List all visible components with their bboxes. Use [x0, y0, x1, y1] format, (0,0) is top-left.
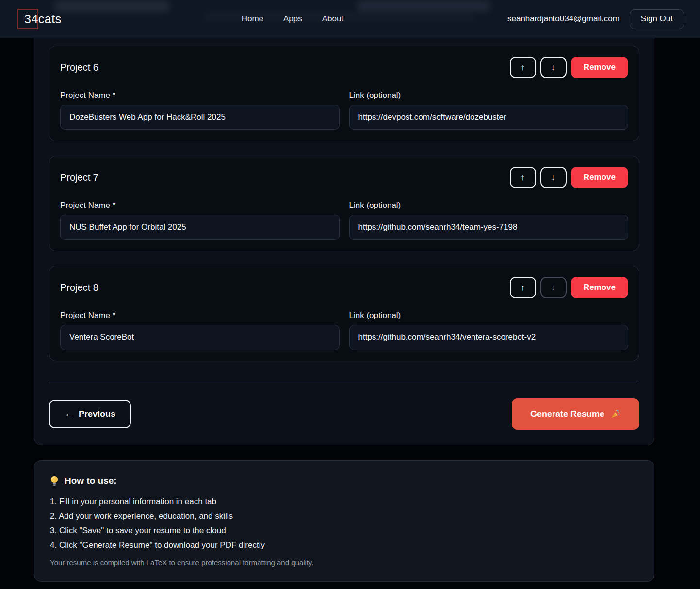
how-to-use-panel: How to use: 1. Fill in your personal inf… [34, 460, 654, 582]
project-link-label: Link (optional) [349, 201, 629, 210]
logo-text: 34cats [24, 12, 62, 26]
project-name-field: Project Name * [60, 201, 340, 240]
remove-button[interactable]: Remove [571, 167, 628, 188]
project-name-input[interactable] [60, 215, 340, 240]
project-card: Project 7 ↑ ↓ Remove Project Name * Link… [49, 156, 639, 251]
form-footer: ← Previous Generate Resume [49, 398, 639, 430]
project-title: Project 7 [60, 172, 98, 183]
lightbulb-icon [50, 475, 59, 487]
generate-resume-button[interactable]: Generate Resume [512, 398, 639, 430]
project-name-label: Project Name * [60, 311, 340, 320]
latex-note: Your resume is compiled with LaTeX to en… [50, 558, 638, 567]
project-name-field: Project Name * [60, 91, 340, 130]
nav-right: seanhardjanto034@gmail.com Sign Out [507, 9, 684, 29]
party-popper-icon [610, 409, 621, 419]
nav-link-about[interactable]: About [322, 14, 343, 24]
left-arrow-icon: ← [65, 409, 74, 419]
how-to-use-header: How to use: [50, 475, 638, 487]
move-up-button[interactable]: ↑ [510, 167, 536, 188]
navbar: 34cats Home Apps About seanhardjanto034@… [0, 0, 700, 38]
how-to-step: 3. Click "Save" to save your resume to t… [50, 524, 638, 538]
project-fields: Project Name * Link (optional) [60, 91, 628, 130]
project-link-field: Link (optional) [349, 311, 629, 350]
project-name-field: Project Name * [60, 311, 340, 350]
blurred-scrolled-content [357, 0, 490, 11]
move-up-button[interactable]: ↑ [510, 277, 536, 298]
nav-link-home[interactable]: Home [242, 14, 263, 24]
project-card: Project 6 ↑ ↓ Remove Project Name * Link… [49, 46, 639, 141]
project-link-field: Link (optional) [349, 201, 629, 240]
logo[interactable]: 34cats [17, 8, 62, 30]
previous-button[interactable]: ← Previous [49, 400, 131, 428]
sign-out-button[interactable]: Sign Out [630, 9, 684, 29]
project-link-field: Link (optional) [349, 91, 629, 130]
project-card-header: Project 7 ↑ ↓ Remove [60, 167, 628, 188]
previous-button-label: Previous [79, 409, 115, 419]
move-down-button[interactable]: ↓ [540, 167, 567, 188]
page-content: Project 6 ↑ ↓ Remove Project Name * Link… [0, 32, 700, 582]
project-actions: ↑ ↓ Remove [510, 167, 628, 188]
project-actions: ↑ ↓ Remove [510, 277, 628, 298]
project-link-label: Link (optional) [349, 91, 629, 100]
project-name-input[interactable] [60, 105, 340, 130]
move-up-button[interactable]: ↑ [510, 57, 536, 78]
nav-links: Home Apps About [242, 14, 344, 24]
project-title: Project 6 [60, 62, 98, 73]
project-card: Project 8 ↑ ↓ Remove Project Name * Link… [49, 266, 639, 361]
project-card-header: Project 6 ↑ ↓ Remove [60, 57, 628, 78]
resume-form-panel: Project 6 ↑ ↓ Remove Project Name * Link… [34, 32, 654, 445]
project-link-input[interactable] [349, 325, 629, 350]
user-email: seanhardjanto034@gmail.com [507, 14, 619, 24]
project-link-label: Link (optional) [349, 311, 629, 320]
project-fields: Project Name * Link (optional) [60, 201, 628, 240]
how-to-step: 4. Click "Generate Resume" to download y… [50, 538, 638, 553]
how-to-step: 2. Add your work experience, education, … [50, 509, 638, 524]
how-to-use-title: How to use: [65, 476, 117, 486]
project-link-input[interactable] [349, 215, 629, 240]
project-title: Project 8 [60, 282, 98, 293]
project-actions: ↑ ↓ Remove [510, 57, 628, 78]
generate-button-label: Generate Resume [530, 409, 604, 419]
project-name-input[interactable] [60, 325, 340, 350]
remove-button[interactable]: Remove [571, 277, 628, 298]
how-to-step: 1. Fill in your personal information in … [50, 494, 638, 509]
project-fields: Project Name * Link (optional) [60, 311, 628, 350]
project-name-label: Project Name * [60, 201, 340, 210]
project-name-label: Project Name * [60, 91, 340, 100]
blurred-scrolled-content [54, 1, 170, 12]
section-divider [49, 382, 639, 382]
move-down-button[interactable]: ↓ [540, 57, 567, 78]
move-down-button-disabled: ↓ [540, 277, 567, 298]
remove-button[interactable]: Remove [571, 57, 628, 78]
project-card-header: Project 8 ↑ ↓ Remove [60, 277, 628, 298]
project-link-input[interactable] [349, 105, 629, 130]
nav-link-apps[interactable]: Apps [283, 14, 302, 24]
